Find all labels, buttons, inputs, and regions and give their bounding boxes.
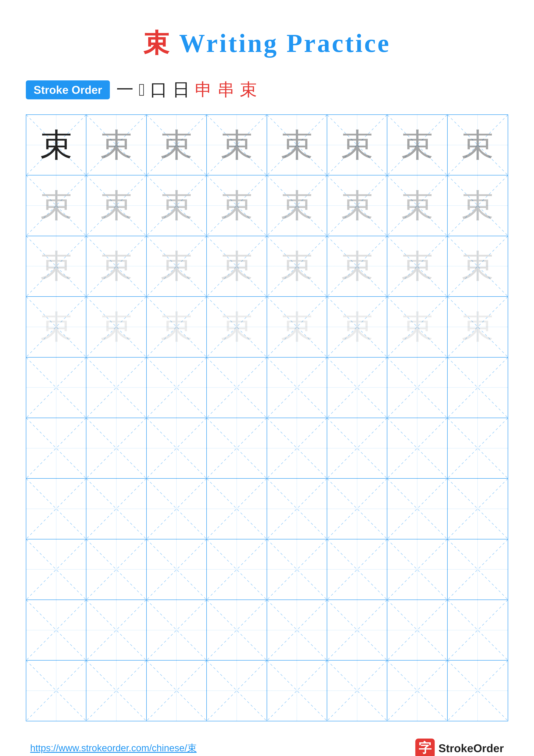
grid-cell-3-4[interactable]: 束 [207,236,267,296]
grid-cell-7-6[interactable] [327,479,387,539]
svg-line-132 [147,600,206,660]
grid-cell-1-6[interactable]: 束 [327,115,387,175]
grid-cell-5-7[interactable] [387,358,447,418]
svg-line-101 [147,479,206,539]
grid-cell-4-3[interactable]: 束 [147,297,207,357]
grid-cell-2-4[interactable]: 束 [207,176,267,235]
grid-cell-4-1[interactable]: 束 [26,297,87,357]
grid-cell-7-3[interactable] [147,479,207,539]
grid-cell-5-1[interactable] [26,358,87,418]
grid-cell-3-6[interactable]: 束 [327,236,387,296]
grid-cell-3-1[interactable]: 束 [26,236,87,296]
grid-cell-4-5[interactable]: 束 [267,297,327,357]
practice-char: 束 [401,189,433,222]
svg-line-155 [327,661,387,721]
grid-cell-5-3[interactable] [147,358,207,418]
grid-cell-5-8[interactable] [447,358,508,418]
grid-cell-10-1[interactable] [26,661,87,721]
grid-cell-9-4[interactable] [207,600,267,660]
grid-cell-8-8[interactable] [447,539,508,600]
grid-cell-7-8[interactable] [447,479,508,539]
grid-cell-8-7[interactable] [387,539,447,600]
grid-cell-6-2[interactable] [87,418,146,478]
grid-cell-4-7[interactable]: 束 [387,297,447,357]
grid-cell-10-8[interactable] [447,661,508,721]
grid-cell-1-4[interactable]: 束 [207,115,267,175]
grid-cell-2-3[interactable]: 束 [147,176,207,235]
grid-cell-7-7[interactable] [387,479,447,539]
grid-cell-3-3[interactable]: 束 [147,236,207,296]
grid-cell-8-6[interactable] [327,539,387,600]
grid-cell-2-1[interactable]: 束 [26,176,87,235]
grid-cell-8-5[interactable] [267,539,327,600]
grid-cell-1-3[interactable]: 束 [147,115,207,175]
grid-cell-8-4[interactable] [207,539,267,600]
grid-cell-7-2[interactable] [87,479,146,539]
svg-line-103 [207,479,267,539]
grid-cell-4-2[interactable]: 束 [87,297,146,357]
grid-cell-5-4[interactable] [207,358,267,418]
grid-cell-7-5[interactable] [267,479,327,539]
page: 束 Writing Practice Stroke Order 一 𠃌 口 日 … [0,0,534,756]
svg-line-64 [26,358,86,418]
svg-line-100 [147,479,206,539]
grid-cell-8-1[interactable] [26,539,87,600]
grid-cell-10-2[interactable] [87,661,146,721]
grid-cell-5-6[interactable] [327,358,387,418]
grid-cell-9-8[interactable] [447,600,508,660]
svg-line-70 [207,358,267,418]
grid-cell-9-7[interactable] [387,600,447,660]
grid-cell-6-5[interactable] [267,418,327,478]
grid-cell-4-6[interactable]: 束 [327,297,387,357]
grid-cell-10-6[interactable] [327,661,387,721]
grid-cell-5-2[interactable] [87,358,146,418]
grid-cell-2-7[interactable]: 束 [387,176,447,235]
practice-char: 束 [461,311,494,343]
practice-char: 束 [341,129,373,161]
footer-url[interactable]: https://www.strokeorder.com/chinese/束 [30,742,197,754]
grid-cell-6-7[interactable] [387,418,447,478]
svg-line-135 [207,600,267,660]
grid-cell-6-1[interactable] [26,418,87,478]
grid-cell-6-6[interactable] [327,418,387,478]
grid-cell-4-4[interactable]: 束 [207,297,267,357]
grid-cell-10-5[interactable] [267,661,327,721]
stroke-char-2: 𠃌 [139,80,145,100]
grid-cell-10-4[interactable] [207,661,267,721]
grid-cell-7-1[interactable] [26,479,87,539]
svg-line-145 [26,661,86,721]
grid-cell-1-2[interactable]: 束 [87,115,146,175]
grid-cell-5-5[interactable] [267,358,327,418]
grid-cell-9-3[interactable] [147,600,207,660]
svg-line-123 [327,539,387,600]
grid-cell-9-5[interactable] [267,600,327,660]
stroke-order-row: Stroke Order 一 𠃌 口 日 申 串 束 [26,78,508,101]
grid-cell-10-7[interactable] [387,661,447,721]
grid-cell-9-6[interactable] [327,600,387,660]
grid-cell-3-7[interactable]: 束 [387,236,447,296]
stroke-char-4: 日 [172,78,190,101]
grid-cell-7-4[interactable] [207,479,267,539]
grid-cell-2-5[interactable]: 束 [267,176,327,235]
practice-char: 束 [160,311,192,343]
grid-cell-10-3[interactable] [147,661,207,721]
practice-char: 束 [461,129,494,161]
grid-cell-2-2[interactable]: 束 [87,176,146,235]
grid-cell-1-5[interactable]: 束 [267,115,327,175]
grid-cell-6-3[interactable] [147,418,207,478]
grid-cell-3-5[interactable]: 束 [267,236,327,296]
grid-cell-2-8[interactable]: 束 [447,176,508,235]
grid-cell-6-4[interactable] [207,418,267,478]
grid-cell-8-2[interactable] [87,539,146,600]
grid-cell-2-6[interactable]: 束 [327,176,387,235]
grid-cell-4-8[interactable]: 束 [447,297,508,357]
grid-cell-1-8[interactable]: 束 [447,115,508,175]
grid-cell-1-7[interactable]: 束 [387,115,447,175]
grid-cell-9-2[interactable] [87,600,146,660]
grid-cell-3-8[interactable]: 束 [447,236,508,296]
grid-cell-9-1[interactable] [26,600,87,660]
grid-cell-8-3[interactable] [147,539,207,600]
grid-cell-6-8[interactable] [447,418,508,478]
grid-cell-1-1[interactable]: 束 [26,115,87,175]
grid-cell-3-2[interactable]: 束 [87,236,146,296]
